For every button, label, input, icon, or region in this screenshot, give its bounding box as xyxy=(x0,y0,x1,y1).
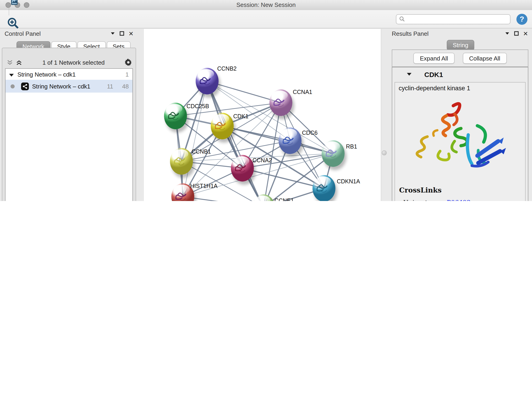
crosslink-label: Uniprot: xyxy=(403,199,447,201)
help-icon: ? xyxy=(520,15,524,23)
results-menu-icon[interactable] xyxy=(503,32,512,35)
section-collapse-icon[interactable] xyxy=(407,73,412,76)
protein-thumbnail-icon xyxy=(173,154,190,170)
protein-thumbnail-icon xyxy=(167,109,184,125)
network-selected-status: 1 of 1 Network selected xyxy=(23,59,124,66)
protein-thumbnail-icon xyxy=(316,182,332,197)
collection-count: 1 xyxy=(117,71,133,78)
section-header[interactable]: CDK1 xyxy=(392,67,528,81)
main-toolbar: ? xyxy=(0,10,532,28)
collection-label: String Network – cdk1 xyxy=(17,71,117,78)
close-panel-icon[interactable]: ✕ xyxy=(127,30,136,37)
tab-string[interactable]: String xyxy=(447,40,474,51)
node-ccnb1[interactable] xyxy=(170,148,193,175)
node-label-cdk1: CDK1 xyxy=(233,113,249,120)
node-label-ccne1: CCNE1 xyxy=(274,198,294,201)
zoom-in-button[interactable] xyxy=(5,15,21,31)
node-ccna1[interactable] xyxy=(269,89,292,116)
gear-icon[interactable] xyxy=(124,59,133,66)
node-label-rb1: RB1 xyxy=(346,143,357,150)
node-cdc6[interactable] xyxy=(279,128,302,154)
window-title: Session: New Session xyxy=(0,1,532,8)
results-float-icon[interactable] xyxy=(512,31,521,36)
node-cdkn1a[interactable] xyxy=(312,175,336,201)
node-cdk1[interactable] xyxy=(211,113,234,139)
protein-thumbnail-icon xyxy=(255,201,272,201)
node-cdc25b[interactable] xyxy=(164,103,187,129)
network-type-icon xyxy=(19,82,30,90)
application-window: Session: New Session ? Control Panel ✕ N… xyxy=(0,0,532,201)
control-panel: Control Panel ✕ NetworkStyleSelectSets 1… xyxy=(0,29,138,201)
zoom-in-icon xyxy=(7,17,19,29)
expand-all-button[interactable]: Expand All xyxy=(413,53,455,64)
search-field[interactable] xyxy=(396,14,510,24)
protein-thumbnail-icon xyxy=(199,74,215,90)
node-label-ccnb2: CCNB2 xyxy=(217,65,237,72)
network-canvas[interactable]: CCNB2 CCNA1 CDC25B CDK1 CDC6 RB1 CCNB1 C… xyxy=(144,29,381,201)
control-panel-title: Control Panel xyxy=(0,30,108,37)
protein-thumbnail-icon xyxy=(175,190,191,201)
expand-collapse-bar: Expand All Collapse All xyxy=(392,50,528,67)
network-row[interactable]: String Network – cdk1 11 48 xyxy=(6,80,133,93)
node-label-cdkn1a: CDKN1A xyxy=(337,178,360,185)
node-result-section: CDK1 cyclin-dependent kinase 1 xyxy=(392,67,528,201)
protein-thumbnail-icon xyxy=(325,147,341,162)
node-label-ccna1: CCNA1 xyxy=(293,89,312,95)
panel-menu-icon[interactable] xyxy=(108,32,117,35)
collection-expand-icon[interactable] xyxy=(6,71,17,78)
protein-thumbnail-icon xyxy=(234,161,251,177)
right-splitter[interactable] xyxy=(381,29,387,201)
node-ccna2[interactable] xyxy=(231,155,254,182)
export-image-button[interactable] xyxy=(5,0,21,7)
node-label-ccnb1: CCNB1 xyxy=(191,148,211,155)
network-collection-row[interactable]: String Network – cdk1 1 xyxy=(6,69,133,80)
crosslink-link[interactable]: P06493 xyxy=(447,199,471,201)
network-edge-count: 48 xyxy=(117,83,133,89)
gene-detail-card: cyclin-dependent kinase 1 xyxy=(394,82,526,201)
network-list: String Network – cdk1 1 String Network –… xyxy=(5,68,133,201)
collapse-all-button[interactable]: Collapse All xyxy=(463,53,507,64)
crosslinks-list: Uniprot: P06493GeneCard: P06493Compartme… xyxy=(403,197,522,201)
results-panel: Results Panel ✕ String Expand All Collap… xyxy=(387,29,532,201)
title-bar: Session: New Session xyxy=(0,0,532,11)
node-label-hist1h1a: HIST1H1A xyxy=(190,183,218,189)
export-image-icon xyxy=(7,0,19,6)
crosslinks-title: CrossLinks xyxy=(399,186,442,194)
results-panel-title: Results Panel xyxy=(387,30,503,37)
node-label-cdc6: CDC6 xyxy=(302,130,317,136)
search-icon xyxy=(399,16,405,22)
network-node-count: 11 xyxy=(101,83,117,89)
gene-description: cyclin-dependent kinase 1 xyxy=(399,85,470,92)
protein-thumbnail-icon xyxy=(214,119,230,135)
protein-structure-image xyxy=(410,95,510,182)
network-current-icon xyxy=(6,84,19,88)
network-tab-content: 1 of 1 Network selected String Network –… xyxy=(2,48,136,201)
results-close-icon[interactable]: ✕ xyxy=(521,30,530,37)
collapse-all-icon[interactable] xyxy=(5,59,14,65)
toolbar-separator xyxy=(9,7,9,15)
node-rb1[interactable] xyxy=(322,140,345,167)
protein-thumbnail-icon xyxy=(273,96,289,111)
node-label-ccna2: CCNA2 xyxy=(253,157,272,164)
node-ccnb2[interactable] xyxy=(196,68,219,95)
expand-all-icon[interactable] xyxy=(14,59,23,65)
search-input[interactable] xyxy=(405,15,507,23)
crosslink-row: Uniprot: P06493 xyxy=(403,197,522,201)
node-label-cdc25b: CDC25B xyxy=(186,103,209,109)
network-label: String Network – cdk1 xyxy=(30,83,101,89)
section-gene-name: CDK1 xyxy=(424,70,443,78)
help-button[interactable]: ? xyxy=(516,13,527,25)
protein-thumbnail-icon xyxy=(282,134,298,149)
float-panel-icon[interactable] xyxy=(117,31,127,36)
left-splitter[interactable] xyxy=(138,29,144,201)
